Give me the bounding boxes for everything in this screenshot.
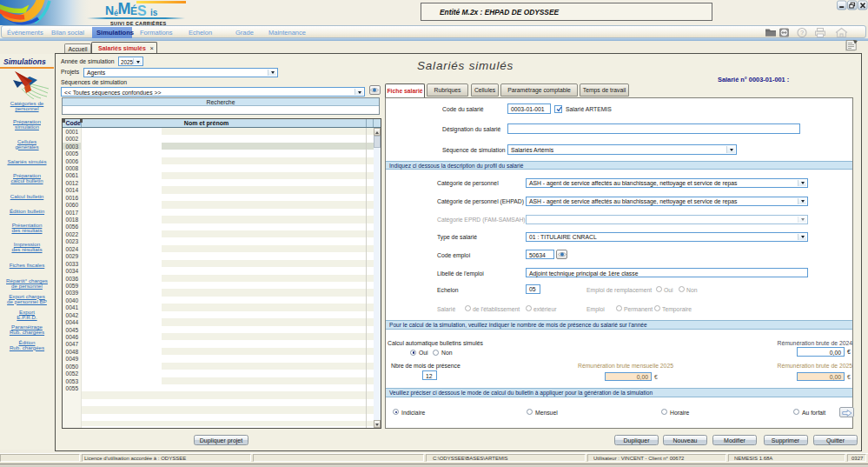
- svg-text:?: ?: [800, 29, 804, 37]
